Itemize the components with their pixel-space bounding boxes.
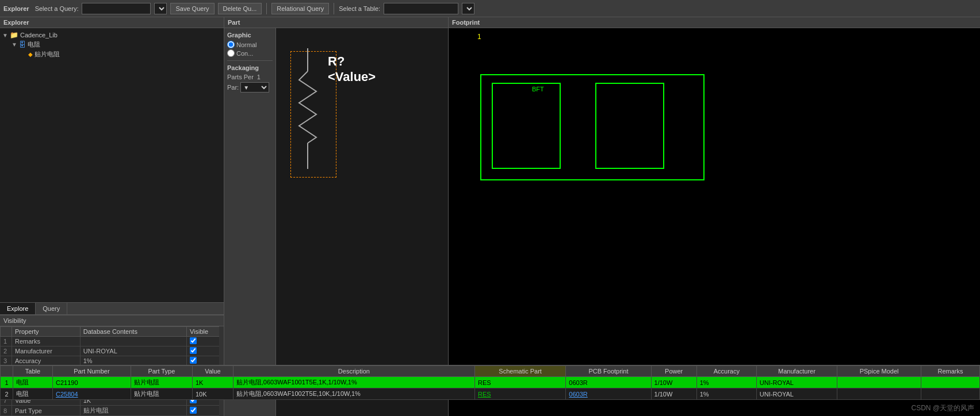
table-cell-11 [837, 388, 921, 400]
radio-convert-label: Con... [236, 50, 253, 57]
table-cell-7[interactable]: 0603R [566, 377, 651, 388]
watermark: CSDN @天堂的风声 [911, 403, 974, 413]
tree-item-dianzhu[interactable]: ▼ 🗄 电阻 [2, 40, 221, 49]
par-select[interactable]: ▼ [240, 82, 269, 93]
vis-row-visible[interactable] [186, 346, 223, 356]
radio-convert[interactable]: Con... [227, 49, 273, 57]
left-panel: Explorer ▼ 📁 Cadence_Lib ▼ 🗄 电阻 ◆ 贴片电阻 [0, 17, 224, 416]
table-header-0 [1, 366, 13, 377]
vis-row-visible[interactable] [186, 356, 223, 366]
table-cell-2[interactable]: C25804 [53, 388, 131, 400]
vis-row-contents: 贴片电阻 [80, 406, 186, 416]
part-content: Graphic Normal Con... Packaging Parts Pe… [224, 28, 448, 416]
vis-row-num: 3 [1, 356, 12, 366]
select-query-label: Select a Query: [35, 5, 79, 12]
vis-row-visible[interactable] [186, 406, 223, 416]
vis-row-property: Manufacturer [12, 346, 81, 356]
table-cell-1: 电阻 [13, 377, 53, 388]
table-cell-0: 1 [1, 377, 13, 388]
table-header-9: Accuracy [696, 366, 756, 377]
visibility-checkbox[interactable] [190, 337, 197, 344]
query-dropdown[interactable]: ▼ [154, 3, 167, 14]
table-row[interactable]: 1电阻C21190贴片电阻1K贴片电阻,0603WAF1001T5E,1K,1/… [1, 377, 980, 388]
footprint-panel: Footprint 1 BFT [449, 17, 980, 416]
table-cell-2[interactable]: C21190 [53, 377, 131, 388]
table-cell-5: 贴片电阻,0603WAF1002T5E,10K,1/10W,1% [233, 388, 474, 400]
relational-query-button[interactable]: Relational Query [271, 3, 329, 14]
tab-bar: Explore Query [0, 302, 224, 315]
table-row[interactable]: 2电阻C25804贴片电阻10K贴片电阻,0603WAF1002T5E,10K,… [1, 388, 980, 400]
sidebar-divider [227, 60, 273, 61]
tree-item-pian[interactable]: ◆ 贴片电阻 [2, 49, 221, 59]
delete-query-button[interactable]: Delete Qu... [218, 3, 262, 14]
table-cell-8: 1/10W [651, 377, 696, 388]
select-table-label: Select a Table: [339, 5, 380, 12]
vis-row-property: Part Type [12, 406, 81, 416]
visibility-checkbox[interactable] [190, 347, 197, 354]
table-dropdown[interactable]: ▼ [462, 3, 474, 14]
table-cell-10: UNI-ROYAL [756, 377, 837, 388]
vis-row-property: Accuracy [12, 356, 81, 366]
save-query-button[interactable]: Save Query [170, 3, 214, 14]
footprint-canvas: 1 BFT [449, 28, 980, 416]
tree-label-dianzhu: 电阻 [28, 40, 40, 49]
visibility-checkbox[interactable] [190, 357, 197, 364]
radio-normal-input[interactable] [227, 41, 235, 48]
table-header-6: Schematic Part [474, 366, 565, 377]
table-header-2: Part Number [53, 366, 131, 377]
tree-area: ▼ 📁 Cadence_Lib ▼ 🗄 电阻 ◆ 贴片电阻 [0, 28, 224, 302]
table-header-1: Table [13, 366, 53, 377]
packaging-label: Packaging [227, 64, 273, 71]
table-cell-10: UNI-ROYAL [756, 388, 837, 400]
table-input[interactable] [384, 3, 458, 14]
radio-normal[interactable]: Normal [227, 41, 273, 48]
vis-row-num: 8 [1, 406, 12, 416]
db-icon: 🗄 [19, 41, 26, 49]
top-bar: Explorer Select a Query: ▼ Save Query De… [0, 0, 980, 17]
table-header-7: PCB Footprint [566, 366, 651, 377]
table-header-4: Value [192, 366, 233, 377]
par-row: Par: ▼ [227, 82, 273, 93]
tab-explore[interactable]: Explore [0, 303, 36, 314]
vis-col-num [1, 327, 12, 337]
table-cell-5: 贴片电阻,0603WAF1001T5E,1K,1/10W,1% [233, 377, 474, 388]
table-cell-4: 10K [192, 388, 233, 400]
table-cell-9: 1% [696, 388, 756, 400]
explorer-title: Explorer [3, 5, 29, 12]
visibility-row: 3 Accuracy 1% [1, 356, 224, 366]
table-cell-8: 1/10W [651, 388, 696, 400]
vis-row-property: Remarks [12, 337, 81, 346]
table-header-3: Part Type [131, 366, 192, 377]
vis-row-contents [80, 337, 186, 346]
visibility-checkbox[interactable] [190, 407, 197, 414]
footprint-panel-title: Footprint [449, 17, 980, 28]
par-label: Par: [227, 84, 239, 91]
table-header-5: Description [233, 366, 474, 377]
table-header-10: Manufacturer [756, 366, 837, 377]
explorer-panel-title: Explorer [0, 17, 224, 28]
table-cell-7[interactable]: 0603R [566, 388, 651, 400]
part-icon: ◆ [28, 51, 33, 57]
data-table: TablePart NumberPart TypeValueDescriptio… [0, 365, 980, 400]
table-cell-0: 2 [1, 388, 13, 400]
tab-query[interactable]: Query [36, 303, 67, 314]
table-cell-6[interactable]: RES [474, 377, 565, 388]
visibility-row: 1 Remarks [1, 337, 224, 346]
table-cell-4: 1K [192, 377, 233, 388]
tree-label-cadence-lib: Cadence_Lib [20, 32, 58, 38]
table-cell-6[interactable]: RES [474, 388, 565, 400]
vis-col-visible: Visible [186, 327, 223, 337]
part-panel: Part Graphic Normal Con... Packaging Par… [224, 17, 449, 416]
parts-per-value: 1 [257, 74, 261, 80]
query-input[interactable] [82, 3, 151, 14]
radio-convert-input[interactable] [227, 49, 235, 57]
tree-item-cadence-lib[interactable]: ▼ 📁 Cadence_Lib [2, 30, 221, 40]
fp-pad-number: 1 [477, 33, 481, 41]
part-sidebar: Graphic Normal Con... Packaging Parts Pe… [224, 28, 276, 416]
vis-row-contents: 1% [80, 356, 186, 366]
table-cell-1: 电阻 [13, 388, 53, 400]
schematic-val: <Value> [328, 70, 376, 84]
table-header-11: PSpice Model [837, 366, 921, 377]
vis-row-visible[interactable] [186, 337, 223, 346]
fp-pad2 [595, 83, 664, 169]
